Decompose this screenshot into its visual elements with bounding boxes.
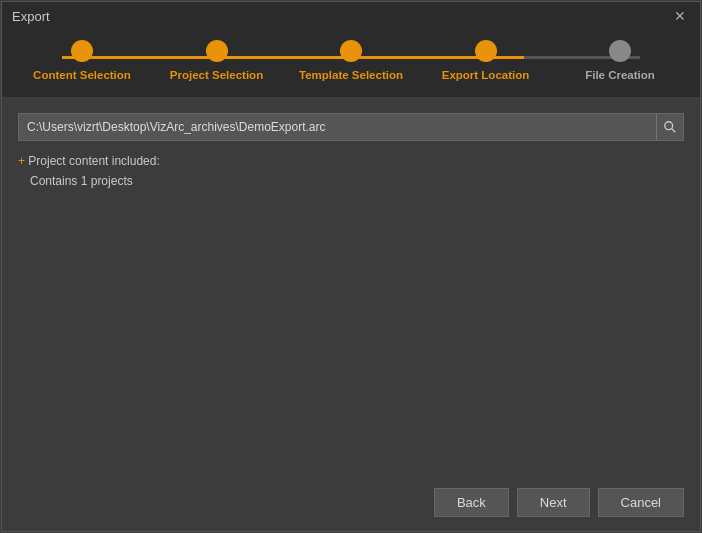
step-dot-template-selection [340, 40, 362, 62]
cancel-button[interactable]: Cancel [598, 488, 684, 517]
file-path-row [18, 113, 684, 141]
step-export-location: Export Location [426, 40, 546, 83]
project-info-line1: + + Project content included: Project co… [18, 151, 684, 171]
step-dot-content-selection [71, 40, 93, 62]
svg-line-1 [672, 129, 676, 133]
back-button[interactable]: Back [434, 488, 509, 517]
export-dialog: Export ✕ Content Selection Project Selec… [1, 1, 701, 532]
search-icon [663, 120, 677, 134]
title-bar: Export ✕ [2, 2, 700, 30]
step-template-selection: Template Selection [291, 40, 411, 83]
step-project-selection: Project Selection [157, 40, 277, 83]
browse-button[interactable] [656, 113, 684, 141]
svg-point-0 [665, 122, 673, 130]
project-info-line2: Contains 1 projects [18, 171, 684, 191]
close-button[interactable]: ✕ [670, 7, 690, 25]
step-label-export-location: Export Location [442, 68, 530, 83]
step-dot-project-selection [206, 40, 228, 62]
step-label-project-selection: Project Selection [170, 68, 263, 83]
stepper: Content Selection Project Selection Temp… [22, 40, 680, 97]
step-dot-export-location [475, 40, 497, 62]
step-label-template-selection: Template Selection [299, 68, 403, 83]
content-spacer [18, 202, 684, 468]
dialog-title: Export [12, 9, 50, 24]
step-label-content-selection: Content Selection [33, 68, 131, 83]
footer: Back Next Cancel [2, 478, 700, 531]
step-dot-file-creation [609, 40, 631, 62]
content-area: + + Project content included: Project co… [2, 97, 700, 478]
stepper-area: Content Selection Project Selection Temp… [2, 30, 700, 97]
step-file-creation: File Creation [560, 40, 680, 83]
step-label-file-creation: File Creation [585, 68, 655, 83]
step-content-selection: Content Selection [22, 40, 142, 83]
file-path-input[interactable] [18, 113, 656, 141]
next-button[interactable]: Next [517, 488, 590, 517]
project-info: + + Project content included: Project co… [18, 151, 684, 192]
